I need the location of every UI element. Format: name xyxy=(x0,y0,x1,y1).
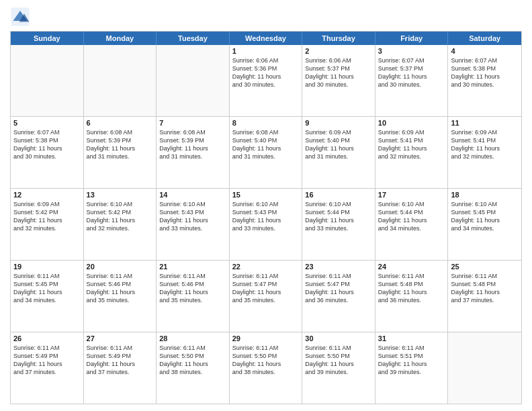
day-number: 17 xyxy=(378,191,445,199)
day-number: 8 xyxy=(232,119,300,127)
day-number: 10 xyxy=(378,119,445,127)
calendar-cell-24: 24Sunrise: 6:11 AM Sunset: 5:48 PM Dayli… xyxy=(375,261,449,332)
calendar-cell-19: 19Sunrise: 6:11 AM Sunset: 5:45 PM Dayli… xyxy=(11,261,84,332)
cell-details: Sunrise: 6:09 AM Sunset: 5:40 PM Dayligh… xyxy=(305,128,372,161)
day-number: 26 xyxy=(13,334,81,342)
calendar-cell-20: 20Sunrise: 6:11 AM Sunset: 5:46 PM Dayli… xyxy=(84,261,157,332)
cell-details: Sunrise: 6:11 AM Sunset: 5:47 PM Dayligh… xyxy=(305,272,372,305)
calendar-cell-12: 12Sunrise: 6:09 AM Sunset: 5:42 PM Dayli… xyxy=(11,189,84,260)
calendar-cell-empty-4-6 xyxy=(448,332,521,404)
cell-details: Sunrise: 6:11 AM Sunset: 5:50 PM Dayligh… xyxy=(159,344,226,377)
cell-details: Sunrise: 6:11 AM Sunset: 5:45 PM Dayligh… xyxy=(13,272,81,305)
header-day-friday: Friday xyxy=(375,32,449,45)
calendar-cell-23: 23Sunrise: 6:11 AM Sunset: 5:47 PM Dayli… xyxy=(302,261,375,332)
cell-details: Sunrise: 6:11 AM Sunset: 5:48 PM Dayligh… xyxy=(451,272,519,305)
day-number: 31 xyxy=(378,334,445,342)
header-day-tuesday: Tuesday xyxy=(157,32,230,45)
calendar-cell-18: 18Sunrise: 6:10 AM Sunset: 5:45 PM Dayli… xyxy=(448,189,521,260)
day-number: 11 xyxy=(451,119,519,127)
calendar-cell-17: 17Sunrise: 6:10 AM Sunset: 5:44 PM Dayli… xyxy=(375,189,449,260)
calendar-cell-27: 27Sunrise: 6:11 AM Sunset: 5:49 PM Dayli… xyxy=(84,332,157,404)
day-number: 24 xyxy=(378,263,445,271)
cell-details: Sunrise: 6:11 AM Sunset: 5:51 PM Dayligh… xyxy=(378,344,445,377)
calendar-cell-11: 11Sunrise: 6:09 AM Sunset: 5:41 PM Dayli… xyxy=(448,117,521,188)
calendar-cell-7: 7Sunrise: 6:08 AM Sunset: 5:39 PM Daylig… xyxy=(157,117,230,188)
day-number: 23 xyxy=(305,263,372,271)
header-day-monday: Monday xyxy=(84,32,157,45)
day-number: 20 xyxy=(87,263,154,271)
cell-details: Sunrise: 6:10 AM Sunset: 5:44 PM Dayligh… xyxy=(378,200,445,233)
calendar-row-3: 19Sunrise: 6:11 AM Sunset: 5:45 PM Dayli… xyxy=(11,261,521,332)
calendar-cell-13: 13Sunrise: 6:10 AM Sunset: 5:42 PM Dayli… xyxy=(84,189,157,260)
calendar-cell-5: 5Sunrise: 6:07 AM Sunset: 5:38 PM Daylig… xyxy=(11,117,84,188)
day-number: 16 xyxy=(305,191,372,199)
day-number: 19 xyxy=(13,263,81,271)
logo xyxy=(10,7,33,27)
calendar-body: 1Sunrise: 6:06 AM Sunset: 5:36 PM Daylig… xyxy=(11,45,521,404)
cell-details: Sunrise: 6:11 AM Sunset: 5:49 PM Dayligh… xyxy=(87,344,154,377)
cell-details: Sunrise: 6:10 AM Sunset: 5:45 PM Dayligh… xyxy=(451,200,519,233)
calendar-cell-26: 26Sunrise: 6:11 AM Sunset: 5:49 PM Dayli… xyxy=(11,332,84,404)
day-number: 1 xyxy=(232,47,300,55)
cell-details: Sunrise: 6:08 AM Sunset: 5:39 PM Dayligh… xyxy=(159,128,226,161)
header-day-wednesday: Wednesday xyxy=(230,32,303,45)
cell-details: Sunrise: 6:06 AM Sunset: 5:36 PM Dayligh… xyxy=(232,56,300,89)
calendar-cell-28: 28Sunrise: 6:11 AM Sunset: 5:50 PM Dayli… xyxy=(157,332,230,404)
page-header xyxy=(10,7,522,27)
day-number: 27 xyxy=(87,334,154,342)
cell-details: Sunrise: 6:11 AM Sunset: 5:49 PM Dayligh… xyxy=(13,344,81,377)
day-number: 25 xyxy=(451,263,519,271)
cell-details: Sunrise: 6:10 AM Sunset: 5:43 PM Dayligh… xyxy=(159,200,226,233)
calendar-cell-3: 3Sunrise: 6:07 AM Sunset: 5:37 PM Daylig… xyxy=(375,45,449,116)
calendar-cell-31: 31Sunrise: 6:11 AM Sunset: 5:51 PM Dayli… xyxy=(375,332,449,404)
calendar: SundayMondayTuesdayWednesdayThursdayFrid… xyxy=(10,31,522,404)
cell-details: Sunrise: 6:09 AM Sunset: 5:41 PM Dayligh… xyxy=(451,128,519,161)
cell-details: Sunrise: 6:11 AM Sunset: 5:46 PM Dayligh… xyxy=(159,272,226,305)
calendar-header: SundayMondayTuesdayWednesdayThursdayFrid… xyxy=(11,32,521,45)
cell-details: Sunrise: 6:07 AM Sunset: 5:38 PM Dayligh… xyxy=(451,56,519,89)
cell-details: Sunrise: 6:08 AM Sunset: 5:39 PM Dayligh… xyxy=(87,128,154,161)
cell-details: Sunrise: 6:11 AM Sunset: 5:50 PM Dayligh… xyxy=(232,344,300,377)
calendar-row-2: 12Sunrise: 6:09 AM Sunset: 5:42 PM Dayli… xyxy=(11,189,521,261)
cell-details: Sunrise: 6:10 AM Sunset: 5:43 PM Dayligh… xyxy=(232,200,300,233)
logo-icon xyxy=(10,7,30,27)
day-number: 9 xyxy=(305,119,372,127)
day-number: 4 xyxy=(451,47,519,55)
day-number: 14 xyxy=(159,191,226,199)
day-number: 30 xyxy=(305,334,372,342)
day-number: 3 xyxy=(378,47,445,55)
cell-details: Sunrise: 6:11 AM Sunset: 5:46 PM Dayligh… xyxy=(87,272,154,305)
day-number: 22 xyxy=(232,263,300,271)
cell-details: Sunrise: 6:07 AM Sunset: 5:38 PM Dayligh… xyxy=(13,128,81,161)
day-number: 5 xyxy=(13,119,81,127)
day-number: 6 xyxy=(87,119,154,127)
day-number: 29 xyxy=(232,334,300,342)
cell-details: Sunrise: 6:09 AM Sunset: 5:41 PM Dayligh… xyxy=(378,128,445,161)
calendar-cell-empty-0-2 xyxy=(157,45,230,116)
calendar-row-4: 26Sunrise: 6:11 AM Sunset: 5:49 PM Dayli… xyxy=(11,332,521,404)
calendar-cell-empty-0-1 xyxy=(84,45,157,116)
cell-details: Sunrise: 6:11 AM Sunset: 5:47 PM Dayligh… xyxy=(232,272,300,305)
cell-details: Sunrise: 6:11 AM Sunset: 5:48 PM Dayligh… xyxy=(378,272,445,305)
day-number: 2 xyxy=(305,47,372,55)
calendar-cell-2: 2Sunrise: 6:06 AM Sunset: 5:37 PM Daylig… xyxy=(302,45,375,116)
calendar-cell-9: 9Sunrise: 6:09 AM Sunset: 5:40 PM Daylig… xyxy=(302,117,375,188)
cell-details: Sunrise: 6:09 AM Sunset: 5:42 PM Dayligh… xyxy=(13,200,81,233)
calendar-cell-6: 6Sunrise: 6:08 AM Sunset: 5:39 PM Daylig… xyxy=(84,117,157,188)
header-day-saturday: Saturday xyxy=(448,32,521,45)
cell-details: Sunrise: 6:08 AM Sunset: 5:40 PM Dayligh… xyxy=(232,128,300,161)
calendar-cell-22: 22Sunrise: 6:11 AM Sunset: 5:47 PM Dayli… xyxy=(230,261,303,332)
calendar-row-0: 1Sunrise: 6:06 AM Sunset: 5:36 PM Daylig… xyxy=(11,45,521,117)
header-day-thursday: Thursday xyxy=(302,32,375,45)
calendar-cell-empty-0-0 xyxy=(11,45,84,116)
calendar-cell-1: 1Sunrise: 6:06 AM Sunset: 5:36 PM Daylig… xyxy=(230,45,303,116)
calendar-cell-21: 21Sunrise: 6:11 AM Sunset: 5:46 PM Dayli… xyxy=(157,261,230,332)
calendar-cell-8: 8Sunrise: 6:08 AM Sunset: 5:40 PM Daylig… xyxy=(230,117,303,188)
calendar-cell-25: 25Sunrise: 6:11 AM Sunset: 5:48 PM Dayli… xyxy=(448,261,521,332)
calendar-cell-29: 29Sunrise: 6:11 AM Sunset: 5:50 PM Dayli… xyxy=(230,332,303,404)
day-number: 28 xyxy=(159,334,226,342)
calendar-cell-16: 16Sunrise: 6:10 AM Sunset: 5:44 PM Dayli… xyxy=(302,189,375,260)
calendar-row-1: 5Sunrise: 6:07 AM Sunset: 5:38 PM Daylig… xyxy=(11,117,521,189)
calendar-cell-30: 30Sunrise: 6:11 AM Sunset: 5:50 PM Dayli… xyxy=(302,332,375,404)
calendar-cell-15: 15Sunrise: 6:10 AM Sunset: 5:43 PM Dayli… xyxy=(230,189,303,260)
